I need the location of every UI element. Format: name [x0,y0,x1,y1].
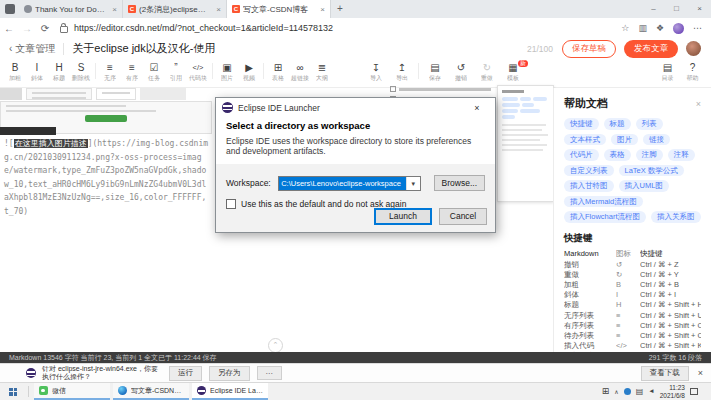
publish-button[interactable]: 发布文章 [624,40,678,58]
toolbar-save-button[interactable]: ▤保存 [422,62,448,84]
help-tag[interactable]: 图片 [611,134,638,146]
help-tag[interactable]: 注脚 [636,149,663,161]
help-tag[interactable]: 标题 [604,118,631,130]
toolbar-bold-button[interactable]: B加粗 [4,62,26,84]
maximize-button[interactable]: □ [665,0,688,18]
browse-button[interactable]: Browse... [434,175,485,191]
download-bar-close-icon[interactable]: × [698,368,703,378]
toolbar-heading-button[interactable]: H标题 [48,62,70,84]
workspace-value[interactable]: C:\Users\Lenovo\eclipse-workspace [279,177,405,190]
help-tag[interactable]: 注释 [668,149,695,161]
extension-icon[interactable]: ❖ [656,23,664,33]
toolbar-toc-button[interactable]: ▤目录 [655,62,680,84]
toolbar-help-button[interactable]: ?帮助 [680,62,705,84]
dialog-close-icon[interactable]: × [465,103,489,113]
browser-tab[interactable]: Thank You for Downloading E...× [19,0,123,18]
collections-icon[interactable]: ▥ [638,23,647,33]
help-tag[interactable]: 文本样式 [564,134,606,146]
taskbar-clock[interactable]: 11:23 2021/6/8 [660,384,685,399]
toolbar-import-button[interactable]: ↧导入 [363,62,389,84]
launch-button[interactable]: Launch [374,208,432,225]
tab-close-icon[interactable]: × [216,5,221,14]
volume-icon[interactable]: ◄ [648,388,654,395]
help-tag[interactable]: 插入Mermaid流程图 [564,196,643,208]
taskbar: 微信写文章-CSDN博客...Eclipse IDE Launc... ⊞ ∧ … [0,382,711,400]
combo-dropdown-icon[interactable]: ▾ [406,177,420,190]
download-run-button[interactable]: 运行 [169,366,202,381]
toolbar-italic-button[interactable]: I斜体 [26,62,48,84]
article-manage-link[interactable]: ‹ 文章管理 [9,42,55,56]
floating-scroll-up-button[interactable]: ⌃ [268,338,283,353]
article-title-input[interactable]: 关于eclipse jdk以及汉化-使用 [72,41,527,56]
toolbar-task-list-button[interactable]: ☑任务 [143,62,165,84]
action-center-icon[interactable] [690,388,698,395]
download-save-as-button[interactable]: 另存为 [209,366,250,381]
toolbar-label: 表格 [269,74,288,83]
toolbar-link-button[interactable]: ∞超链接 [289,62,311,84]
help-tag[interactable]: 表格 [604,149,631,161]
refresh-icon[interactable]: ⟳ [36,23,54,34]
help-tag[interactable]: 插入UML图 [619,180,669,192]
toolbar-image-button[interactable]: ▣图片 [216,62,238,84]
taskbar-app-wechat[interactable]: 微信 [34,383,110,400]
start-button[interactable] [0,383,26,400]
toolbar-outline-button[interactable]: ≣大纲 [311,62,333,84]
toolbar-unordered-list-button[interactable]: ≡无序 [99,62,121,84]
help-tag[interactable]: 插入关系图 [651,211,701,223]
help-tag[interactable]: 自定义列表 [564,165,614,177]
dialog-title-bar[interactable]: Eclipse IDE Launcher × [216,98,495,117]
ime-icon[interactable]: ⊞ [602,387,610,396]
dialog-header: Select a directory as workspace Eclipse … [216,117,495,164]
tray-app-icon[interactable] [624,388,631,395]
tab-close-icon[interactable]: × [320,5,325,14]
close-button[interactable]: × [688,0,711,18]
selected-alt-text[interactable]: 在这里插入图片描述 [14,139,88,148]
hidden-icons-chevron[interactable]: ∧ [614,389,618,395]
toolbar-redo-button[interactable]: ↻重做 [474,62,500,84]
toolbar-label: 加粗 [6,74,25,83]
help-panel-close-icon[interactable]: × [696,99,701,109]
toolbar-video-button[interactable]: ▶视频 [238,62,260,84]
taskbar-app-eclipse[interactable]: Eclipse IDE Launc... [192,383,268,400]
usb-icon[interactable]: ▤ [636,388,644,396]
url-text[interactable]: https://editor.csdn.net/md/?not_checkout… [74,23,333,33]
workspace-combobox[interactable]: C:\Users\Lenovo\eclipse-workspace ▾ [278,176,420,191]
more-menu-icon[interactable]: ⋯ [693,23,702,33]
toolbar-undo-button[interactable]: ↺撤销 [448,62,474,84]
favorite-icon[interactable]: ☆ [621,23,629,33]
browser-icon[interactable] [5,4,15,14]
toolbar-code-block-button[interactable]: </>代码块 [187,62,209,84]
default-checkbox[interactable] [226,199,236,209]
video-icon: ▶ [238,62,260,74]
toolbar-ordered-list-button[interactable]: ≡有序 [121,62,143,84]
help-tag[interactable]: 列表 [636,118,663,130]
download-more-button[interactable]: ··· [257,366,283,380]
new-tab-button[interactable]: + [331,0,349,18]
help-tag[interactable]: 链接 [643,134,670,146]
help-tag[interactable]: 代码片 [564,149,599,161]
help-tag[interactable]: 快捷键 [564,118,599,130]
view-downloads-button[interactable]: 查看下载 [641,366,689,381]
forward-icon[interactable]: → [18,23,36,34]
minimize-button[interactable]: – [642,0,665,18]
toolbar-export-button[interactable]: ↥导出 [389,62,415,84]
user-avatar[interactable] [686,41,701,56]
toolbar-table-button[interactable]: ⊞表格 [267,62,289,84]
browser-tab[interactable]: C写文章-CSDN博客× [227,0,331,18]
browser-profile-avatar[interactable] [673,23,684,34]
markdown-source-text[interactable]: ![在这里插入图片描述](https://img-blog.csdnimg.cn… [4,137,211,218]
back-icon[interactable]: ← [0,23,18,34]
download-file-icon [26,368,36,378]
browser-tab[interactable]: C(2条消息)eclipse安装及汉化- CSDN...× [123,0,227,18]
help-tag[interactable]: LaTeX 数学公式 [619,165,684,177]
save-draft-button[interactable]: 保存草稿 [562,40,616,58]
tab-close-icon[interactable]: × [112,5,117,14]
status-right-text: 291 字数 16 段落 [649,353,702,363]
toolbar-quote-button[interactable]: ”引用 [165,62,187,84]
toolbar-strikethrough-button[interactable]: S删除线 [70,62,92,84]
cancel-button[interactable]: Cancel [439,208,487,225]
help-tag[interactable]: 插入Flowchart流程图 [564,211,646,223]
taskbar-app-edge[interactable]: 写文章-CSDN博客... [113,383,189,400]
help-tag[interactable]: 插入甘特图 [564,180,614,192]
toolbar-template-button[interactable]: ▦模板新 [500,62,526,84]
